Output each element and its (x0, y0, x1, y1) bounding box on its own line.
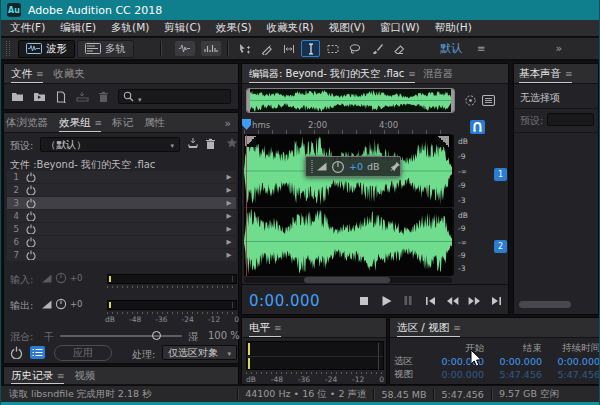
slot-arrow-icon[interactable]: ▶ (222, 251, 236, 259)
menu-item[interactable]: 编辑(E) (60, 21, 96, 35)
selection-value[interactable]: 0:00.000 (542, 356, 600, 367)
skip-end-button[interactable] (487, 293, 505, 309)
tab-properties[interactable]: 属性 (144, 113, 165, 132)
menu-item[interactable]: 文件(F) (10, 21, 45, 35)
tab-essential-sound[interactable]: 基本声音≡ (519, 64, 572, 83)
delete-preset-icon[interactable] (205, 138, 216, 150)
navigator-icon[interactable] (464, 94, 477, 107)
time-display[interactable]: 0:00.000 (249, 292, 320, 310)
selection-value[interactable]: 5:47.456 (542, 369, 600, 380)
spectral-display-button[interactable] (201, 41, 221, 56)
selection-value[interactable]: 0:00.000 (484, 356, 542, 367)
import-folder-icon[interactable] (33, 91, 46, 102)
tab-favorites[interactable]: 收藏夹 (54, 64, 86, 83)
process-dropdown[interactable]: 仅选区对象 (162, 345, 237, 360)
marquee-selection-tool-icon[interactable] (323, 40, 342, 57)
effect-slot[interactable]: 5▶ (7, 223, 236, 235)
effect-slot[interactable]: 3▶ (7, 197, 236, 209)
multitrack-view-button[interactable]: 多轨 (77, 40, 134, 58)
overview-navigator[interactable] (246, 88, 455, 113)
time-ruler[interactable]: hms 2:00 4:00 (244, 119, 452, 135)
search-input[interactable] (118, 89, 231, 104)
selection-value[interactable]: 5:47.456 (484, 369, 542, 380)
slot-arrow-icon[interactable]: ▶ (222, 212, 236, 220)
menu-item[interactable]: 多轨(M) (111, 21, 149, 35)
editor-panel-menu-icon[interactable]: ≡ (408, 69, 415, 79)
snap-magnet-icon[interactable] (470, 120, 485, 134)
menu-item[interactable]: 视图(V) (329, 21, 365, 35)
skip-start-button[interactable] (421, 293, 439, 309)
slot-power-icon[interactable] (22, 211, 40, 221)
levels-panel-menu-icon[interactable]: ≡ (274, 323, 281, 333)
apply-button[interactable]: 应用 (54, 345, 112, 361)
channel-button[interactable]: 1 (494, 168, 507, 181)
effect-slot[interactable]: 7▶ (7, 249, 236, 261)
tab-editor[interactable]: 编辑器: Beyond- 我们的天空 .flac≡ (249, 64, 415, 83)
mix-slider-knob[interactable] (152, 331, 161, 340)
tab-files[interactable]: 文件≡ (11, 64, 43, 83)
essential-panel-menu-icon[interactable]: ≡ (565, 69, 572, 79)
hud-gain-value[interactable]: +0 (349, 161, 363, 172)
tab-selection-view[interactable]: 选区 / 视图≡ (397, 318, 460, 337)
input-gain-knob[interactable] (55, 272, 67, 284)
slot-power-icon[interactable] (22, 250, 40, 260)
effect-slot[interactable]: 6▶ (7, 236, 236, 248)
effect-slot[interactable]: 4▶ (7, 210, 236, 222)
razor-tool-icon[interactable] (257, 40, 276, 57)
files-panel-menu-icon[interactable]: ≡ (36, 69, 43, 79)
lasso-selection-tool-icon[interactable] (345, 40, 364, 57)
mix-slider-track[interactable] (60, 335, 182, 337)
menu-item[interactable]: 剪辑(C) (164, 21, 201, 35)
favorite-star-icon[interactable] (226, 137, 238, 149)
workspace-menu-icon[interactable]: ≡ (477, 43, 485, 54)
tab-effects-rack[interactable]: 效果组≡ (59, 113, 101, 132)
hud-pin-icon[interactable] (390, 161, 401, 172)
slip-tool-icon[interactable] (279, 40, 298, 57)
tab-markers[interactable]: 标记 (112, 113, 133, 132)
workspace-selector[interactable]: 默认 (440, 41, 462, 56)
slot-power-icon[interactable] (22, 237, 40, 247)
new-file-icon[interactable] (55, 91, 67, 103)
slot-power-icon[interactable] (22, 172, 40, 182)
output-gain-knob[interactable] (55, 298, 67, 310)
rack-power-button[interactable] (10, 346, 23, 359)
volume-hud[interactable]: +0 dB (305, 156, 401, 177)
horizontal-scrollbar[interactable] (244, 277, 452, 283)
time-selection-tool-icon[interactable] (301, 40, 320, 57)
menu-item[interactable]: 收藏夹(R) (267, 21, 314, 35)
editor-settings-icon[interactable] (482, 94, 495, 107)
tab-levels[interactable]: 电平≡ (249, 318, 281, 337)
paintbrush-selection-tool-icon[interactable] (367, 40, 386, 57)
slot-arrow-icon[interactable]: ▶ (222, 173, 236, 181)
effect-slot[interactable]: 2▶ (7, 184, 236, 196)
selection-value[interactable]: 0:00.000 (428, 369, 484, 380)
waveform-view-button[interactable]: 波形 (18, 40, 75, 58)
slot-arrow-icon[interactable]: ▶ (222, 186, 236, 194)
tab-video[interactable]: 视频 (75, 367, 96, 384)
channel-button[interactable]: 2 (494, 240, 507, 253)
selection-panel-menu-icon[interactable]: ≡ (453, 323, 460, 333)
rewind-button[interactable] (443, 293, 461, 309)
menu-item[interactable]: 帮助(H) (435, 21, 472, 35)
move-tool-icon[interactable] (235, 40, 254, 57)
preset-dropdown[interactable]: （默认） (40, 137, 180, 152)
slot-power-icon[interactable] (22, 185, 40, 195)
tabs-overflow-icon[interactable]: » (225, 113, 231, 132)
menu-item[interactable]: 效果(S) (216, 21, 252, 35)
tab-history[interactable]: 历史记录≡ (11, 367, 64, 384)
slot-arrow-icon[interactable]: ▶ (222, 199, 236, 207)
slot-power-icon[interactable] (22, 224, 40, 234)
fast-forward-button[interactable] (465, 293, 483, 309)
hud-gain-knob[interactable] (331, 160, 345, 174)
waveform-display-button[interactable] (175, 41, 195, 56)
save-preset-icon[interactable] (187, 138, 199, 149)
tab-media-browser[interactable]: 体浏览器 (6, 113, 48, 132)
fade-out-handle[interactable] (438, 136, 449, 147)
essential-scrollbar-thumb[interactable] (519, 301, 571, 308)
tab-mixer[interactable]: 混音器 (423, 64, 453, 83)
slot-arrow-icon[interactable]: ▶ (222, 225, 236, 233)
toolbar-grip-icon[interactable] (6, 41, 10, 56)
hud-grip-icon[interactable] (311, 160, 313, 173)
rack-list-toggle-icon[interactable] (30, 346, 45, 359)
history-panel-menu-icon[interactable]: ≡ (57, 371, 64, 381)
